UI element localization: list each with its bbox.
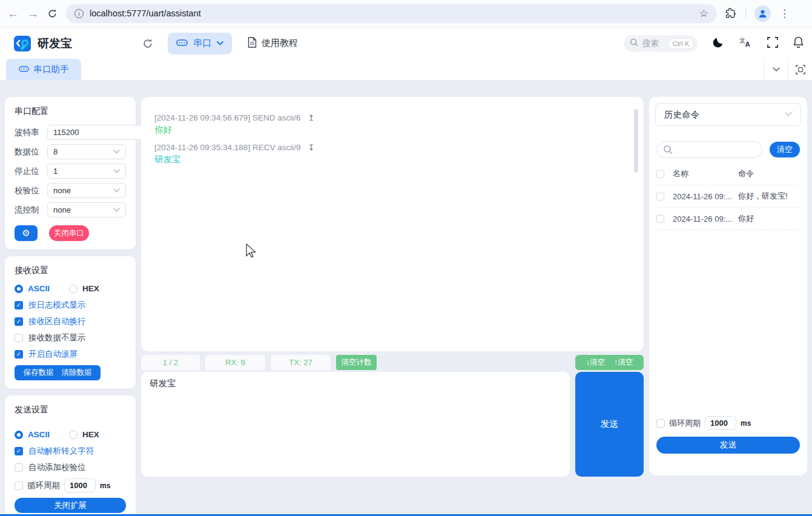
parity-value: none — [53, 186, 71, 195]
data-bits-select[interactable]: 8 — [47, 144, 126, 159]
checkbox-checked-icon[interactable]: ✓ — [15, 301, 23, 309]
log-mode-option: ✓ 按日志模式显示 — [15, 300, 126, 311]
checkbox-unchecked-icon[interactable] — [656, 419, 665, 428]
tab-serial-assistant[interactable]: 串口助手 — [6, 59, 81, 80]
forward-icon[interactable]: → — [27, 8, 39, 19]
row-checkbox[interactable] — [656, 215, 664, 223]
hex-radio[interactable] — [69, 431, 78, 439]
row-checkbox[interactable] — [656, 193, 664, 200]
serial-config-title: 串口配置 — [15, 106, 126, 117]
left-sidebar: 串口配置 波特率 数据位 8 停止位 1 — [5, 97, 136, 516]
maximize-view-icon[interactable] — [788, 59, 812, 80]
clear-up-button[interactable]: ↑清空 — [614, 357, 633, 368]
message-meta: [2024-11-26 09:35:34.188] RECV ascii/9 — [154, 143, 300, 152]
history-cycle-input[interactable] — [705, 416, 736, 430]
history-send-button[interactable]: 发送 — [656, 437, 800, 454]
column-name: 名称 — [673, 168, 738, 179]
nav-serial-button[interactable]: 串口 — [168, 33, 232, 55]
translate-icon[interactable]: 文A — [739, 36, 752, 50]
bookmark-star-icon[interactable]: ☆ — [699, 7, 708, 20]
fullscreen-icon[interactable] — [767, 37, 778, 50]
checkbox-checked-icon[interactable]: ✓ — [15, 317, 23, 326]
save-data-button[interactable]: 保存数据 — [24, 368, 54, 378]
checkbox-unchecked-icon[interactable] — [15, 463, 23, 472]
parity-label: 校验位 — [15, 185, 47, 196]
checkbox-unchecked-icon[interactable] — [15, 481, 23, 490]
stop-bits-value: 1 — [53, 167, 58, 176]
auto-scroll-label: 开启自动滚屏 — [28, 349, 78, 360]
parity-row: 校验位 none — [15, 183, 126, 198]
hex-radio[interactable] — [69, 285, 78, 293]
checkbox-checked-icon[interactable]: ✓ — [15, 447, 23, 455]
serial-config-buttons: ⚙ 关闭串口 — [15, 225, 126, 241]
profile-avatar[interactable] — [754, 5, 771, 22]
checkbox-unchecked-icon[interactable] — [15, 334, 23, 342]
nav-tutorial-link[interactable]: 使用教程 — [248, 37, 298, 50]
history-table-header: 名称 命令 — [655, 163, 801, 185]
dark-mode-icon[interactable] — [713, 36, 724, 50]
history-search-row: 清空 — [655, 141, 801, 158]
flow-control-label: 流控制 — [15, 205, 47, 216]
select-all-checkbox[interactable] — [656, 170, 664, 178]
download-icon: ↧ — [308, 143, 314, 152]
message-header: [2024-11-26 09:34:56.679] SEND ascii/6 ↥ — [154, 113, 630, 122]
clear-down-button[interactable]: ↓清空 — [586, 357, 605, 368]
auto-wrap-option: ✓ 接收区自动换行 — [15, 316, 126, 327]
chevron-down-icon — [113, 188, 120, 193]
info-icon[interactable]: i — [74, 9, 84, 18]
global-search-input[interactable]: 搜索 Ctrl K — [624, 35, 698, 52]
clear-scroll-button-group: ↓清空 ↑清空 — [575, 355, 644, 370]
checkbox-checked-icon[interactable]: ✓ — [15, 350, 23, 359]
history-mode-select[interactable]: 历史命令 — [655, 103, 801, 126]
cycle-period-input[interactable] — [64, 478, 96, 492]
send-row: 研发宝 发送 — [141, 372, 644, 477]
gear-icon: ⚙ — [22, 228, 30, 239]
message-header: [2024-11-26 09:35:34.188] RECV ascii/9 ↧ — [154, 143, 630, 152]
browser-menu-icon[interactable]: ⋮ — [779, 7, 790, 20]
close-serial-button[interactable]: 关闭串口 — [49, 225, 89, 241]
svg-text:A: A — [745, 41, 750, 48]
flow-control-select[interactable]: none — [47, 202, 126, 217]
ascii-radio[interactable] — [15, 431, 23, 439]
history-clear-button[interactable]: 清空 — [770, 142, 800, 157]
data-bits-value: 8 — [53, 147, 58, 156]
clear-count-button[interactable]: 清空计数 — [336, 355, 377, 370]
bell-icon[interactable] — [793, 36, 804, 50]
tab-label: 串口助手 — [34, 64, 69, 75]
main-content: 串口配置 波特率 数据位 8 停止位 1 — [0, 81, 812, 516]
history-panel: 历史命令 清空 名称 命令 — [649, 97, 807, 475]
refresh-icon[interactable] — [142, 38, 153, 49]
back-icon[interactable]: ← — [7, 8, 19, 19]
row-name: 2024-11-26 09:... — [673, 192, 738, 201]
app-logo-icon — [13, 35, 31, 53]
data-bits-label: 数据位 — [15, 147, 47, 157]
scrollbar-thumb[interactable] — [634, 109, 638, 173]
message-meta: [2024-11-26 09:34:56.679] SEND ascii/6 — [154, 113, 300, 122]
receive-settings-title: 接收设置 — [15, 265, 126, 276]
document-icon — [248, 37, 257, 50]
history-search-input[interactable] — [656, 141, 762, 158]
cycle-unit-label: ms — [741, 419, 751, 428]
close-extension-button[interactable]: 关闭扩展 — [15, 498, 126, 513]
history-row[interactable]: 2024-11-26 09:... 你好，研发宝! — [655, 185, 801, 208]
nav-tutorial-label: 使用教程 — [262, 38, 298, 49]
send-format-radios: ASCII HEX — [15, 430, 126, 439]
clear-data-button[interactable]: 清除数据 — [62, 368, 92, 378]
send-button[interactable]: 发送 — [575, 372, 644, 477]
address-bar[interactable]: i localhost:5777/uart/assistant ☆ — [66, 4, 717, 23]
app-name: 研发宝 — [38, 36, 72, 51]
tab-bar: 串口助手 — [0, 59, 812, 81]
send-input[interactable]: 研发宝 — [141, 372, 570, 477]
ascii-radio[interactable] — [15, 285, 23, 293]
tab-list-chevron-icon[interactable] — [764, 59, 788, 80]
reload-icon[interactable] — [47, 8, 58, 19]
settings-gear-button[interactable]: ⚙ — [15, 225, 38, 241]
history-mode-label: 历史命令 — [664, 109, 699, 121]
log-mode-label: 按日志模式显示 — [28, 300, 86, 311]
stop-bits-select[interactable]: 1 — [47, 164, 126, 179]
ascii-radio-label: ASCII — [28, 284, 50, 293]
parity-select[interactable]: none — [47, 183, 126, 198]
message-log-panel[interactable]: [2024-11-26 09:34:56.679] SEND ascii/6 ↥… — [141, 97, 644, 351]
history-row[interactable]: 2024-11-26 09:... 你好 — [655, 208, 801, 230]
extensions-icon[interactable] — [725, 8, 737, 19]
